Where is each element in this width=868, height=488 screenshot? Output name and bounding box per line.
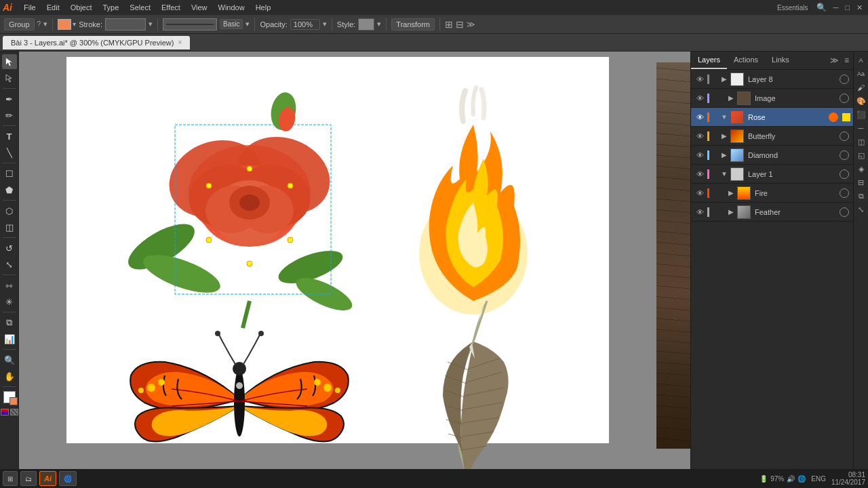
color-panel-icon[interactable]: 🎨	[855, 95, 867, 107]
arrange-icon[interactable]: ⊞	[445, 19, 453, 30]
layer-row-feather[interactable]: 👁 ▶ Feather	[691, 203, 853, 222]
search-icon[interactable]: 🔍	[816, 3, 827, 12]
expand-layer8[interactable]: ▶	[719, 75, 729, 84]
pencil-tool[interactable]: ✏	[2, 108, 17, 123]
expand-layer1[interactable]: ▼	[719, 169, 729, 179]
fill-color[interactable]	[58, 19, 71, 30]
menu-object[interactable]: Object	[66, 2, 97, 13]
tab-close-button[interactable]: ×	[178, 39, 182, 46]
style-preview[interactable]	[358, 18, 374, 30]
visibility-fire[interactable]: 👁	[694, 187, 706, 199]
layer-row-butterfly[interactable]: 👁 ▶ Butterfly	[691, 127, 853, 146]
layer-row-fire[interactable]: 👁 ▶ Fire	[691, 184, 853, 203]
direct-selection-tool[interactable]	[2, 70, 17, 85]
layer-row-layer8[interactable]: 👁 ▶ Layer 8	[691, 70, 853, 89]
gradient-swatch[interactable]	[1, 409, 9, 415]
paint-bucket-tool[interactable]: ⬡	[2, 203, 17, 218]
stroke-arrow[interactable]: ▾	[149, 20, 153, 28]
align-panel-icon[interactable]: ⊟	[855, 176, 867, 188]
canvas-area[interactable]	[19, 52, 690, 472]
appearance-icon[interactable]: ◈	[855, 163, 867, 175]
stroke-panel-icon[interactable]: ─	[855, 122, 867, 134]
expand-diamond[interactable]: ▶	[719, 150, 729, 160]
type-tool[interactable]: T	[2, 129, 17, 144]
hand-tool[interactable]: ✋	[2, 369, 17, 384]
layer-row-rose[interactable]: 👁 ▼ Rose	[691, 108, 853, 127]
transparency-icon[interactable]: ◱	[855, 149, 867, 161]
expand-butterfly[interactable]: ▶	[719, 131, 729, 141]
layer-row-diamond[interactable]: 👁 ▶ Diamond	[691, 146, 853, 165]
opacity-arrow[interactable]: ▾	[323, 20, 327, 28]
minimize-button[interactable]: ─	[833, 3, 839, 12]
layer-row-image[interactable]: 👁 ▶ Image	[691, 89, 853, 108]
rectangle-tool[interactable]: ☐	[2, 166, 17, 181]
expand-rose[interactable]: ▼	[719, 113, 729, 122]
rotate-tool[interactable]: ↺	[2, 241, 17, 256]
document-tab[interactable]: Bài 3 - Layers.ai* @ 300% (CMYK/GPU Prev…	[3, 36, 190, 49]
menu-window[interactable]: Window	[214, 2, 250, 13]
more-icon[interactable]: ≫	[467, 20, 475, 29]
group-button[interactable]: Group	[4, 18, 35, 30]
expand-fire[interactable]: ▶	[726, 188, 736, 198]
selection-tool[interactable]	[2, 54, 17, 69]
tab-layers[interactable]: Layers	[691, 52, 727, 69]
start-button[interactable]: ⊞	[3, 471, 18, 486]
zoom-tool[interactable]: 🔍	[2, 352, 17, 367]
menu-edit[interactable]: Edit	[42, 2, 64, 13]
visibility-layer1[interactable]: 👁	[694, 168, 706, 180]
graph-tool[interactable]: 📊	[2, 331, 17, 346]
panel-menu-icon[interactable]: ≡	[843, 54, 850, 66]
tab-actions[interactable]: Actions	[727, 52, 765, 69]
gradient-tool[interactable]: ◫	[2, 220, 17, 235]
workspace-selector[interactable]: Essentials	[773, 4, 812, 12]
stroke-value[interactable]	[105, 18, 146, 30]
stroke-box-small[interactable]	[9, 397, 18, 405]
transform-panel-icon[interactable]: ⤡	[855, 203, 867, 216]
visibility-rose[interactable]: 👁	[694, 111, 706, 123]
expand-image[interactable]: ▶	[726, 94, 736, 103]
swatches-icon[interactable]: ⬛	[855, 108, 867, 121]
line-tool[interactable]: ╲	[2, 145, 17, 160]
menu-select[interactable]: Select	[125, 2, 155, 13]
shape-builder-tool[interactable]: ⬟	[2, 182, 17, 197]
transform-button[interactable]: Transform	[391, 18, 435, 30]
pen-tool[interactable]: ✒	[2, 92, 17, 106]
visibility-layer8[interactable]: 👁	[694, 73, 706, 85]
gradient-panel-icon[interactable]: ◫	[855, 136, 867, 148]
style-arrow[interactable]: ▾	[377, 20, 381, 28]
visibility-diamond[interactable]: 👁	[694, 149, 706, 161]
width-tool[interactable]: ⇿	[2, 278, 17, 293]
blend-arrow[interactable]: ▾	[245, 20, 250, 28]
visibility-feather[interactable]: 👁	[694, 206, 706, 218]
menu-view[interactable]: View	[186, 2, 212, 13]
pattern-swatch[interactable]	[10, 409, 18, 415]
blend-mode-select[interactable]: Basic	[220, 19, 243, 29]
illustrator-button[interactable]: Ai	[39, 471, 56, 486]
file-explorer-button[interactable]: 🗂	[20, 471, 37, 486]
other-app-button[interactable]: 🌀	[59, 471, 77, 486]
brush-stroke-preview[interactable]	[163, 18, 217, 30]
maximize-button[interactable]: □	[845, 3, 850, 12]
panel-expand-icon[interactable]: ≫	[829, 54, 840, 66]
opacity-input[interactable]	[290, 19, 320, 30]
fill-box[interactable]	[3, 391, 16, 403]
visibility-image[interactable]: 👁	[694, 92, 706, 104]
menu-help[interactable]: Help	[251, 2, 276, 13]
brush-library-icon[interactable]: 🖌	[855, 81, 867, 94]
scale-tool[interactable]: ⤡	[2, 257, 17, 272]
layer-row-layer1[interactable]: 👁 ▼ Layer 1	[691, 165, 853, 184]
visibility-butterfly[interactable]: 👁	[694, 130, 706, 142]
expand-feather[interactable]: ▶	[726, 207, 736, 217]
pathfinder-icon[interactable]: ⧉	[855, 190, 867, 202]
menu-effect[interactable]: Effect	[157, 2, 185, 13]
close-button[interactable]: ✕	[856, 3, 863, 12]
artboard-tool[interactable]: ⧉	[2, 315, 17, 330]
align-icon[interactable]: ⊟	[456, 19, 464, 30]
tab-links[interactable]: Links	[765, 52, 796, 69]
layers-panel[interactable]: 👁 ▶ Layer 8 👁 ▶ Image	[691, 70, 853, 469]
menu-file[interactable]: File	[19, 2, 41, 13]
chevron-down-icon[interactable]: ▾	[43, 20, 47, 28]
menu-type[interactable]: Type	[98, 2, 124, 13]
puppet-tool[interactable]: ✳	[2, 294, 17, 309]
font-size-icon[interactable]: A	[855, 54, 867, 66]
